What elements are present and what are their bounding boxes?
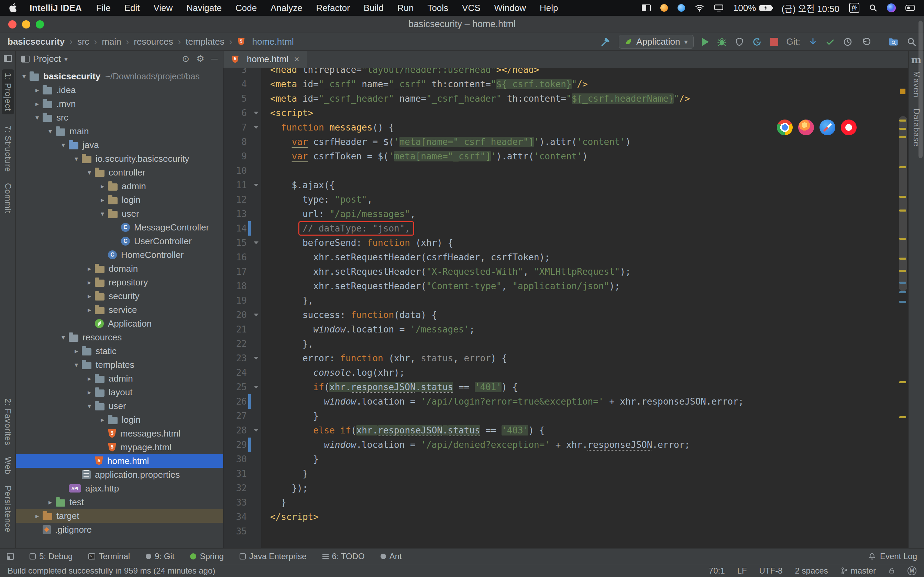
tree-expand-arrow[interactable]: ▾ bbox=[45, 127, 55, 135]
tree-item-domain[interactable]: ▸domain bbox=[16, 262, 223, 276]
tree-expand-arrow[interactable]: ▸ bbox=[84, 374, 94, 383]
code-line-16[interactable]: 16 xhr.setRequestHeader(csrfHeader, csrf… bbox=[223, 250, 897, 264]
line-number[interactable]: 26 bbox=[223, 394, 248, 409]
line-number[interactable]: 24 bbox=[223, 366, 248, 380]
stripe-label-1-project[interactable]: 1: Project bbox=[2, 69, 14, 114]
inspection-mark[interactable] bbox=[899, 196, 906, 198]
inspection-mark[interactable] bbox=[899, 166, 906, 168]
tree-item-layout[interactable]: ▸layout bbox=[16, 385, 223, 399]
line-number[interactable]: 16 bbox=[223, 250, 248, 264]
orange-menulet-icon[interactable] bbox=[660, 4, 668, 12]
line-number[interactable]: 31 bbox=[223, 466, 248, 481]
tree-item-mypage.html[interactable]: 5mypage.html bbox=[16, 440, 223, 454]
line-number[interactable]: 14 bbox=[223, 221, 248, 235]
tree-item-java[interactable]: ▾java bbox=[16, 138, 223, 152]
tab-home-html[interactable]: 5 home.html × bbox=[223, 51, 307, 68]
tree-expand-arrow[interactable]: ▸ bbox=[32, 512, 42, 520]
code-line-22[interactable]: 22 }, bbox=[223, 337, 897, 351]
line-number[interactable]: 33 bbox=[223, 495, 248, 510]
line-number[interactable]: 18 bbox=[223, 279, 248, 293]
menu-analyze[interactable]: Analyze bbox=[271, 3, 302, 13]
run-config-selector[interactable]: Application ▾ bbox=[619, 35, 693, 49]
code-line-9[interactable]: 9 var csrfToken = $('meta[name="_csrf"]'… bbox=[223, 149, 897, 163]
tree-expand-arrow[interactable]: ▸ bbox=[71, 347, 81, 355]
debug-button[interactable] bbox=[717, 37, 727, 47]
code-line-32[interactable]: 32 }); bbox=[223, 481, 897, 495]
line-number[interactable]: 13 bbox=[223, 207, 248, 221]
line-number[interactable]: 34 bbox=[223, 510, 248, 524]
tree-item-admin[interactable]: ▸admin bbox=[16, 179, 223, 193]
tree-expand-arrow[interactable]: ▸ bbox=[84, 264, 94, 273]
code-line-23[interactable]: 23 error: function (xhr, status, error) … bbox=[223, 351, 897, 366]
inspection-mark[interactable] bbox=[899, 381, 906, 383]
menu-view[interactable]: View bbox=[153, 3, 173, 13]
tree-item-login[interactable]: ▸login bbox=[16, 413, 223, 427]
tree-expand-arrow[interactable]: ▾ bbox=[58, 333, 68, 342]
control-center-icon[interactable] bbox=[905, 5, 915, 11]
stripe-label-web[interactable]: Web bbox=[3, 457, 13, 475]
code-line-24[interactable]: 24 console.log(xhr); bbox=[223, 366, 897, 380]
line-number[interactable]: 19 bbox=[223, 293, 248, 308]
code-line-18[interactable]: 18 xhr.setRequestHeader("Content-type", … bbox=[223, 279, 897, 293]
tree-item-basicsecurity[interactable]: ▾basicsecurity~/Downloads/project/bas bbox=[16, 69, 223, 83]
line-number[interactable]: 6 bbox=[223, 106, 248, 120]
breadcrumb-resources[interactable]: resources bbox=[134, 36, 173, 47]
code-line-27[interactable]: 27 } bbox=[223, 409, 897, 423]
tree-expand-arrow[interactable]: ▸ bbox=[84, 292, 94, 300]
locate-file-icon[interactable]: ⊙ bbox=[182, 53, 189, 64]
run-button[interactable] bbox=[702, 38, 709, 46]
code-line-8[interactable]: 8 var csrfHeader = $('meta[name="_csrf_h… bbox=[223, 135, 897, 149]
git-rollback-button[interactable] bbox=[861, 37, 871, 47]
menu-edit[interactable]: Edit bbox=[124, 3, 140, 13]
tree-expand-arrow[interactable]: ▸ bbox=[98, 182, 107, 190]
code-line-19[interactable]: 19 }, bbox=[223, 293, 897, 308]
line-number[interactable]: 27 bbox=[223, 409, 248, 423]
code-line-4[interactable]: 4<meta id="_csrf" name="_csrf" th:conten… bbox=[223, 77, 897, 91]
line-number[interactable]: 12 bbox=[223, 192, 248, 207]
git-update-button[interactable] bbox=[809, 37, 817, 47]
search-everywhere-button[interactable] bbox=[907, 37, 916, 47]
tree-item-repository[interactable]: ▸repository bbox=[16, 276, 223, 289]
tree-item-controller[interactable]: ▾controller bbox=[16, 166, 223, 179]
tree-item-application.properties[interactable]: application.properties bbox=[16, 468, 223, 482]
line-separator-indicator[interactable]: LF bbox=[737, 566, 747, 575]
caret-position[interactable]: 70:1 bbox=[709, 566, 725, 575]
line-number[interactable]: 11 bbox=[223, 178, 248, 192]
tree-item-src[interactable]: ▾src bbox=[16, 111, 223, 124]
encoding-indicator[interactable]: UTF-8 bbox=[759, 566, 783, 575]
tree-item-user[interactable]: ▾user bbox=[16, 399, 223, 413]
opera-icon[interactable] bbox=[841, 119, 857, 135]
tree-expand-arrow[interactable]: ▸ bbox=[32, 86, 42, 94]
code-line-15[interactable]: 15 beforeSend: function (xhr) { bbox=[223, 235, 897, 250]
menu-window[interactable]: Window bbox=[494, 3, 526, 13]
code-line-21[interactable]: 21 window.location = '/messages'; bbox=[223, 322, 897, 337]
tree-expand-arrow[interactable]: ▸ bbox=[32, 100, 42, 108]
fold-arrow-icon[interactable] bbox=[251, 178, 261, 192]
inspection-mark[interactable] bbox=[899, 416, 906, 418]
toolwindow-button-terminal[interactable]: >_Terminal bbox=[88, 551, 130, 561]
line-number[interactable]: 35 bbox=[223, 524, 248, 538]
tree-expand-arrow[interactable]: ▸ bbox=[84, 278, 94, 287]
tree-item-security[interactable]: ▸security bbox=[16, 289, 223, 303]
inspection-mark[interactable] bbox=[899, 291, 906, 293]
inspection-mark[interactable] bbox=[899, 238, 906, 240]
line-number[interactable]: 20 bbox=[223, 308, 248, 322]
tree-expand-arrow[interactable]: ▾ bbox=[71, 361, 81, 369]
fold-arrow-icon[interactable] bbox=[251, 120, 261, 135]
code-line-29[interactable]: 29 window.location = '/api/denied?except… bbox=[223, 438, 897, 452]
profiler-button[interactable] bbox=[752, 37, 762, 47]
tree-item-messagecontroller[interactable]: CMessageController bbox=[16, 221, 223, 234]
code-line-6[interactable]: 6<script> bbox=[223, 106, 897, 120]
tree-expand-arrow[interactable]: ▸ bbox=[45, 498, 55, 506]
toolwindow-button-git[interactable]: 9: Git bbox=[146, 551, 174, 561]
tree-item-test[interactable]: ▸test bbox=[16, 495, 223, 509]
stripe-label-2-favorites[interactable]: 2: Favorites bbox=[3, 398, 13, 445]
line-number[interactable]: 4 bbox=[223, 77, 248, 91]
breadcrumb-templates[interactable]: templates bbox=[186, 36, 225, 47]
breadcrumb-current-file[interactable]: 5 home.html bbox=[237, 36, 294, 47]
menu-code[interactable]: Code bbox=[236, 3, 257, 13]
line-number[interactable]: 23 bbox=[223, 351, 248, 366]
code-line-3[interactable]: 3<head th:replace="layout/header::userHe… bbox=[223, 68, 897, 77]
tree-item-.gitignore[interactable]: .gitignore bbox=[16, 523, 223, 537]
build-status-message[interactable]: Build completed successfully in 959 ms (… bbox=[8, 566, 215, 575]
